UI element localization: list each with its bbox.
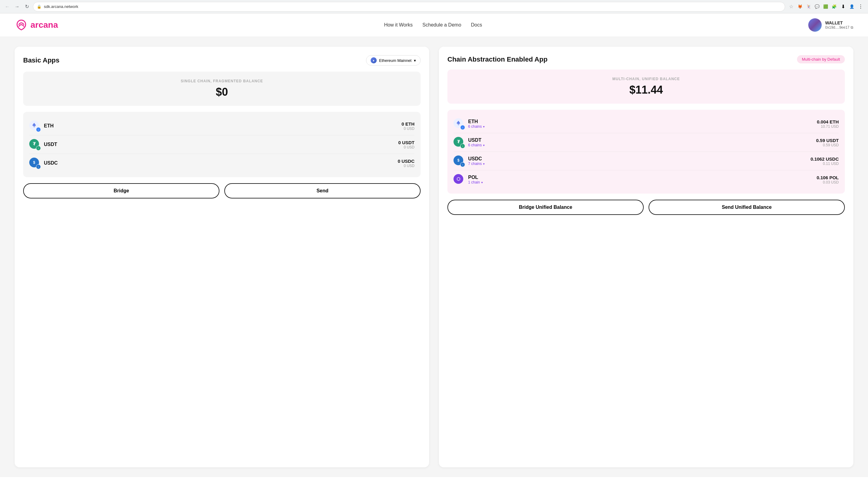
profile-icon[interactable]: 👤	[848, 3, 855, 10]
download-icon[interactable]: ⬇	[839, 3, 847, 10]
nav-schedule-demo[interactable]: Schedule a Demo	[423, 22, 461, 28]
unified-token-row-pol: ⬡ POL 1 chain ▾ 0.106 POL	[454, 171, 839, 189]
extension-icon-1[interactable]: 🃏	[805, 3, 812, 10]
unified-pol-usd: 0.03 USD	[816, 180, 839, 184]
unified-token-right-usdc: 0.1062 USDC 0.11 USD	[810, 156, 839, 166]
nav-how-it-works[interactable]: How it Works	[384, 22, 413, 28]
browser-bar: ← → ↻ 🔒 sdk.arcana.network ☆ 🦊 🃏 💬 🟩 🧩 ⬇…	[0, 0, 868, 13]
address-bar[interactable]: 🔒 sdk.arcana.network	[33, 2, 785, 11]
metamask-icon[interactable]: 🦊	[797, 3, 803, 10]
bridge-unified-button[interactable]: Bridge Unified Balance	[447, 200, 644, 215]
chain-abstraction-card: Chain Abstraction Enabled App Multi-chai…	[439, 47, 854, 467]
unified-usdt-chain-badge: i	[460, 144, 465, 148]
page: arcana How it Works Schedule a Demo Docs…	[0, 13, 868, 478]
navbar: arcana How it Works Schedule a Demo Docs…	[0, 13, 868, 37]
token-left-usdc: $ i USDC	[29, 158, 58, 169]
token-right-eth: 0 ETH 0 USD	[401, 121, 414, 131]
multichain-badge: Multi-chain by Default	[797, 55, 845, 63]
unified-usdt-icon-wrap: ₮ i	[454, 137, 464, 148]
unified-token-right-pol: 0.106 POL 0.03 USD	[816, 175, 839, 184]
usdt-usd: 0 USD	[398, 145, 414, 149]
token-left-eth: i ETH	[29, 120, 54, 131]
unified-usdt-info: USDT 6 chains ▾	[468, 138, 485, 147]
unified-token-right-eth: 0.004 ETH 10.71 USD	[817, 119, 839, 129]
unified-pol-icon: ⬡	[454, 174, 463, 184]
extension-icon-3[interactable]: 🟩	[822, 3, 829, 10]
wallet-info: WALLET 0x19d....9ee17 ⧉	[808, 18, 854, 32]
forward-button[interactable]: →	[13, 3, 21, 10]
logo-icon	[14, 18, 28, 32]
back-button[interactable]: ←	[4, 3, 11, 10]
unified-balance-amount: $11.44	[455, 84, 838, 96]
unified-usdt-usd: 0.59 USD	[816, 143, 839, 147]
unified-usdc-info: USDC 7 chains ▾	[468, 156, 485, 166]
wallet-avatar[interactable]	[808, 18, 822, 32]
eth-amount: 0 ETH	[401, 121, 414, 126]
usdc-chain-badge: i	[36, 164, 41, 169]
copy-icon[interactable]: ⧉	[850, 25, 854, 30]
unified-usdc-usd: 0.11 USD	[810, 161, 839, 166]
browser-actions: ☆ 🦊 🃏 💬 🟩 🧩 ⬇ 👤 ⋮	[787, 3, 864, 10]
unified-usdc-chain-badge: i	[460, 162, 465, 167]
unified-usdt-amount: 0.59 USDT	[816, 138, 839, 143]
unified-token-left-usdt: ₮ i USDT 6 chains ▾	[454, 137, 485, 148]
unified-eth-usd: 10.71 USD	[817, 124, 839, 129]
basic-apps-title: Basic Apps	[23, 56, 59, 64]
pol-chains-chevron: ▾	[481, 181, 483, 184]
nav-links: How it Works Schedule a Demo Docs	[384, 22, 482, 28]
usdc-chains-chevron: ▾	[483, 162, 485, 166]
basic-apps-header: Basic Apps ♦ Ethereum Mainnet ▾	[23, 55, 421, 65]
usdt-name: USDT	[44, 142, 57, 147]
unified-pol-icon-wrap: ⬡	[454, 174, 464, 185]
basic-balance-box: SINGLE CHAIN, FRAGMENTED BALANCE $0	[23, 72, 421, 106]
unified-pol-info: POL 1 chain ▾	[468, 175, 483, 184]
token-left-usdt: ₮ i USDT	[29, 139, 57, 150]
basic-balance-label: SINGLE CHAIN, FRAGMENTED BALANCE	[30, 79, 413, 83]
usdt-amount: 0 USDT	[398, 140, 414, 145]
basic-apps-card: Basic Apps ♦ Ethereum Mainnet ▾ SINGLE C…	[14, 47, 429, 467]
network-selector[interactable]: ♦ Ethereum Mainnet ▾	[366, 55, 421, 65]
unified-token-row-usdc: $ i USDC 7 chains ▾ 0.	[454, 152, 839, 171]
unified-balance-label: MULTI-CHAIN, UNIFIED BALANCE	[455, 77, 838, 81]
unified-usdc-icon-wrap: $ i	[454, 155, 464, 167]
usdt-icon-wrap: ₮ i	[29, 139, 40, 150]
usdt-chain-badge: i	[36, 146, 41, 151]
unified-token-row-eth: i ETH 6 chains ▾ 0.004 ETH	[454, 115, 839, 133]
nav-docs[interactable]: Docs	[471, 22, 482, 28]
reload-button[interactable]: ↻	[23, 3, 30, 10]
unified-usdt-chains[interactable]: 6 chains ▾	[468, 143, 485, 147]
extension-icon-2[interactable]: 💬	[814, 3, 820, 10]
unified-token-right-usdt: 0.59 USDT 0.59 USD	[816, 138, 839, 147]
unified-usdc-chains[interactable]: 7 chains ▾	[468, 161, 485, 166]
unified-eth-chain-badge: i	[460, 125, 465, 130]
send-unified-button[interactable]: Send Unified Balance	[649, 200, 845, 215]
unified-pol-amount: 0.106 POL	[816, 175, 839, 180]
bridge-button[interactable]: Bridge	[23, 183, 219, 199]
unified-balance-box: MULTI-CHAIN, UNIFIED BALANCE $11.44	[447, 69, 845, 103]
menu-icon[interactable]: ⋮	[857, 3, 864, 10]
send-button[interactable]: Send	[224, 183, 421, 199]
wallet-address: 0x19d....9ee17 ⧉	[825, 25, 854, 30]
unified-usdt-name: USDT	[468, 138, 485, 143]
unified-eth-name: ETH	[468, 119, 485, 124]
extension-icon-4[interactable]: 🧩	[831, 3, 838, 10]
logo[interactable]: arcana	[14, 18, 58, 32]
bookmark-icon[interactable]: ☆	[787, 3, 795, 10]
unified-pol-name: POL	[468, 175, 483, 180]
unified-token-row-usdt: ₮ i USDT 6 chains ▾ 0.	[454, 133, 839, 152]
unified-token-left-usdc: $ i USDC 7 chains ▾	[454, 155, 485, 167]
basic-balance-amount: $0	[30, 86, 413, 98]
basic-apps-buttons: Bridge Send	[23, 183, 421, 199]
chain-abstraction-header: Chain Abstraction Enabled App Multi-chai…	[447, 55, 845, 63]
ethereum-icon: ♦	[371, 57, 377, 63]
token-right-usdt: 0 USDT 0 USD	[398, 140, 414, 149]
eth-chains-chevron: ▾	[483, 125, 485, 128]
unified-token-list: i ETH 6 chains ▾ 0.004 ETH	[447, 110, 845, 193]
token-row-usdc: $ i USDC 0 USDC 0 USD	[29, 154, 414, 172]
wallet-label: WALLET	[825, 21, 854, 25]
unified-eth-info: ETH 6 chains ▾	[468, 119, 485, 129]
unified-pol-chains[interactable]: 1 chain ▾	[468, 180, 483, 184]
eth-usd: 0 USD	[401, 126, 414, 131]
unified-eth-chains[interactable]: 6 chains ▾	[468, 124, 485, 129]
usdt-chains-chevron: ▾	[483, 144, 485, 147]
